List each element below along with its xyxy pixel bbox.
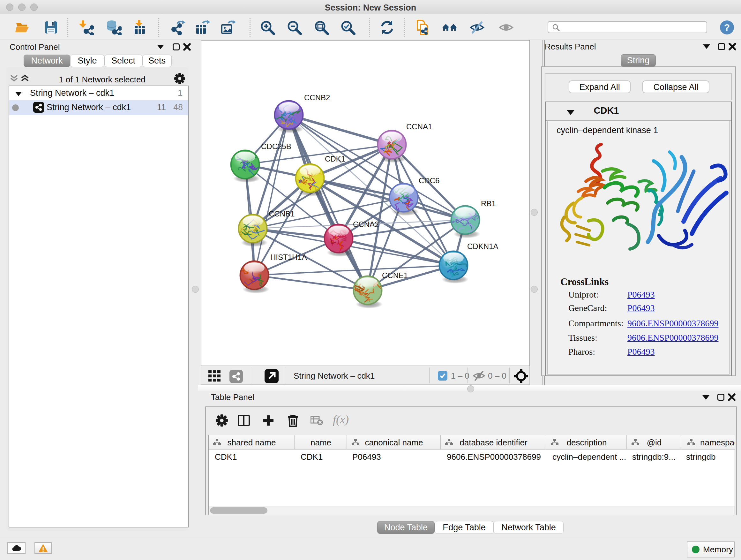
svg-text:HIST1H1A: HIST1H1A [270,253,307,261]
svg-text:RB1: RB1 [481,199,496,208]
svg-text:CCNE1: CCNE1 [382,271,408,280]
svg-text:CDC6: CDC6 [419,176,440,185]
svg-text:CDK1: CDK1 [325,154,345,163]
svg-text:CCNB1: CCNB1 [269,209,294,218]
svg-text:?: ? [724,22,730,33]
svg-text:CDKN1A: CDKN1A [467,242,498,251]
svg-text:CCNA2: CCNA2 [353,220,379,229]
svg-text:CCNA1: CCNA1 [406,122,432,131]
svg-text:CDC25B: CDC25B [261,142,291,151]
svg-text:CCNB2: CCNB2 [304,93,330,102]
